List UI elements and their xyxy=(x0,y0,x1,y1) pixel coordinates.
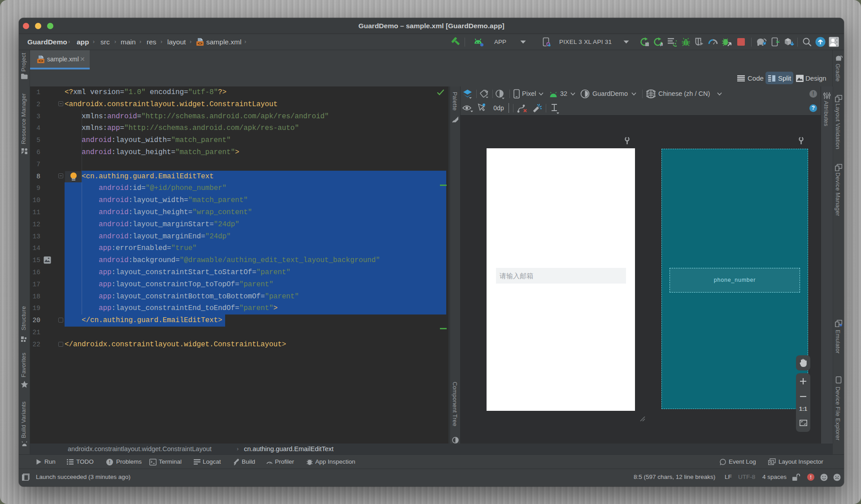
svg-text:<>: <> xyxy=(198,41,203,46)
svg-text:<>: <> xyxy=(39,59,43,63)
svg-text:A: A xyxy=(660,42,663,47)
